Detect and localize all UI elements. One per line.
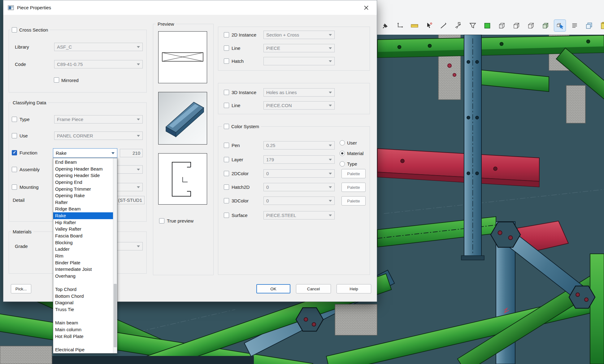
true-preview-checkbox[interactable] xyxy=(159,218,164,223)
type-radio[interactable] xyxy=(340,161,345,167)
function-option-blocking[interactable]: Blocking xyxy=(53,239,113,246)
function-option-ridge-beam[interactable]: Ridge Beam xyxy=(53,206,113,212)
function-option-blank[interactable] xyxy=(53,340,113,346)
use-select[interactable]: PANEL CORNER xyxy=(54,132,143,140)
function-option-hot-roll-plate[interactable]: Hot Roll Plate xyxy=(53,333,113,340)
function-option-rim[interactable]: Rim xyxy=(53,253,113,259)
cross-section-checkbox[interactable] xyxy=(12,27,17,32)
pen-checkbox[interactable] xyxy=(224,143,229,148)
code-select[interactable]: C89-41-0.75 xyxy=(54,60,143,68)
function-checkbox[interactable] xyxy=(12,150,17,155)
trim-line-icon[interactable] xyxy=(452,20,464,31)
function-option-opening-rake[interactable]: Opening Rake xyxy=(53,192,113,199)
classifying-caption: Classifying Data xyxy=(11,99,48,106)
function-option-main-column[interactable]: Main column xyxy=(53,326,113,333)
ruler-icon[interactable] xyxy=(409,20,420,31)
function-option-opening-header-beam[interactable]: Opening Header Beam xyxy=(53,166,113,172)
surface-select[interactable]: PIECE.STEEL xyxy=(263,211,335,219)
wireframe-box-icon[interactable] xyxy=(496,20,507,31)
shaded-face-icon[interactable] xyxy=(481,20,493,31)
function-option-binder-plate[interactable]: Binder Plate xyxy=(53,259,113,266)
cancel-button[interactable]: Cancel xyxy=(296,284,331,293)
function-option-opening-header-side[interactable]: Opening Header Side xyxy=(53,172,113,179)
pen-select[interactable]: 0.25 xyxy=(263,141,335,150)
mounting-checkbox[interactable] xyxy=(12,184,17,190)
color-system-checkbox[interactable] xyxy=(224,124,229,129)
pin-icon[interactable] xyxy=(380,20,391,31)
instance2d-checkbox[interactable] xyxy=(224,32,229,37)
instance3d-checkbox[interactable] xyxy=(224,90,229,95)
instance3d-select[interactable]: Holes as Lines xyxy=(263,88,335,97)
use-checkbox[interactable] xyxy=(12,133,17,138)
hatch2d-label: Hatch2D xyxy=(232,184,250,190)
function-option-ladder[interactable]: Ladder xyxy=(53,246,113,253)
type-checkbox[interactable] xyxy=(12,117,17,122)
function-option-opening-trimmer[interactable]: Opening Trimmer xyxy=(53,186,113,193)
function-dropdown-list[interactable]: End BeamOpening Header BeamOpening Heade… xyxy=(53,158,117,353)
function-option-overhang[interactable]: Overhang xyxy=(53,273,113,280)
function-option-end-beam[interactable]: End Beam xyxy=(53,159,113,166)
function-option-blank[interactable] xyxy=(53,280,113,286)
filter-icon[interactable] xyxy=(467,20,478,31)
palette-hatch2d-button[interactable]: Palette xyxy=(341,183,366,192)
line3d-select[interactable]: PIECE.CON xyxy=(263,101,335,110)
function-option-valley-rafter[interactable]: Valley Rafter xyxy=(53,226,113,232)
mirrored-checkbox[interactable] xyxy=(54,77,59,83)
dropdown-scrollbar[interactable] xyxy=(113,158,117,353)
hatch2d-select[interactable]: 0 xyxy=(263,183,335,191)
function-option-electrical-pipe[interactable]: Electrical Pipe xyxy=(53,346,113,353)
draw-line-icon[interactable] xyxy=(438,20,449,31)
ok-button[interactable]: OK xyxy=(256,284,290,293)
solid-box-icon[interactable] xyxy=(511,20,522,31)
layer-select[interactable]: 179 xyxy=(263,155,335,164)
offset-reference-icon[interactable] xyxy=(394,20,406,31)
function-option-top-chord[interactable]: Top Chord xyxy=(53,286,113,293)
line2d-select[interactable]: PIECE xyxy=(263,44,335,52)
close-icon[interactable] xyxy=(358,0,374,15)
shaded-box-icon[interactable] xyxy=(540,20,551,31)
line2d-checkbox[interactable] xyxy=(224,46,229,51)
help-button[interactable]: Help xyxy=(337,284,371,293)
library-select[interactable]: ASF_C xyxy=(54,43,143,51)
color3d-checkbox[interactable] xyxy=(224,198,229,203)
function-option-rafter[interactable]: Rafter xyxy=(53,199,113,206)
pick-button[interactable]: Pick... xyxy=(11,284,31,293)
select-snap-icon[interactable] xyxy=(423,20,435,31)
layer-copy-icon[interactable] xyxy=(583,20,595,31)
clipboard-icon[interactable] xyxy=(598,20,604,31)
layer-checkbox[interactable] xyxy=(224,157,229,162)
hidden-line-box-icon[interactable] xyxy=(525,20,537,31)
function-option-truss-tie[interactable]: Truss Tie xyxy=(53,306,113,313)
function-code-field[interactable]: 210 xyxy=(120,149,143,157)
function-option-opening-end[interactable]: Opening End xyxy=(53,179,113,186)
hatch-select[interactable] xyxy=(263,57,335,65)
line3d-label: Line xyxy=(232,102,240,109)
user-radio[interactable] xyxy=(340,140,345,145)
color3d-select[interactable]: 0 xyxy=(263,197,335,205)
report-list-icon[interactable] xyxy=(569,20,580,31)
function-select[interactable]: Rake xyxy=(53,148,117,158)
type-select[interactable]: Frame Piece xyxy=(54,115,143,124)
function-option-bottom-chord[interactable]: Bottom Chord xyxy=(53,293,113,300)
line3d-checkbox[interactable] xyxy=(224,103,229,108)
color2d-select[interactable]: 0 xyxy=(263,169,335,178)
dialog-titlebar[interactable]: Piece Properties xyxy=(3,0,377,15)
function-option-diagonal[interactable]: Diagonal xyxy=(53,299,113,306)
surface-checkbox[interactable] xyxy=(224,213,229,218)
palette-3dcolor-button[interactable]: Palette xyxy=(341,196,366,206)
hatch2d-checkbox[interactable] xyxy=(224,184,229,190)
function-option-blank[interactable] xyxy=(53,313,113,320)
function-option-rake[interactable]: Rake xyxy=(53,212,113,219)
hatch-checkbox[interactable] xyxy=(224,58,229,64)
color2d-checkbox[interactable] xyxy=(224,171,229,176)
instance2d-select[interactable]: Section + Cross xyxy=(263,31,335,39)
material-radio[interactable] xyxy=(340,151,345,156)
palette-2dcolor-button[interactable]: Palette xyxy=(341,169,366,178)
function-option-intermediate-joist[interactable]: Intermediate Joist xyxy=(53,266,113,273)
assembly-checkbox[interactable] xyxy=(12,167,17,172)
function-option-fascia-board[interactable]: Fascia Board xyxy=(53,232,113,239)
select-element-icon[interactable] xyxy=(554,20,566,31)
function-option-main-beam[interactable]: Main beam xyxy=(53,319,113,326)
function-option-hip-rafter[interactable]: Hip Rafter xyxy=(53,219,113,226)
dropdown-scrollbar-thumb[interactable] xyxy=(114,284,117,347)
